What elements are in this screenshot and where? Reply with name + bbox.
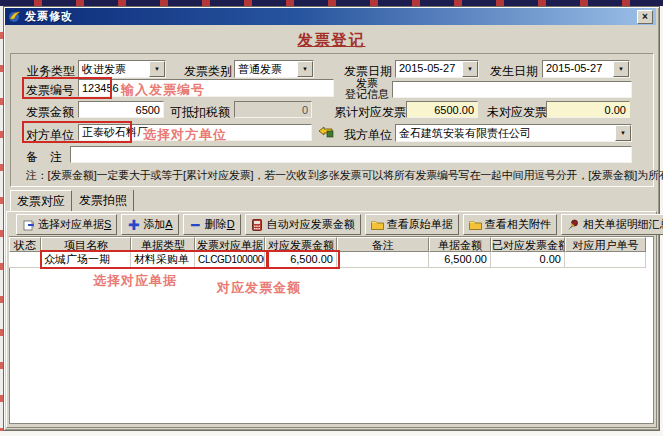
- invoice-no-hint: 输入发票编号: [121, 81, 205, 99]
- view-attachments-button[interactable]: 查看相关附件: [463, 214, 557, 235]
- business-type-label: 业务类型: [27, 63, 75, 80]
- plus-icon: ✚: [127, 218, 140, 231]
- titlebar: 发票修改 ×: [5, 8, 656, 25]
- cell-doc-amount: 6,500.00: [429, 252, 491, 268]
- occur-date-select[interactable]: 2015-05-27 ▼: [542, 60, 630, 78]
- page-title: 发票登记: [3, 31, 660, 50]
- cell-user-order-no: [565, 252, 646, 268]
- chevron-down-icon[interactable]: ▼: [615, 125, 631, 141]
- close-button[interactable]: ×: [637, 10, 653, 24]
- column-header: 已对应发票金额: [491, 237, 565, 252]
- invoice-category-value: 普通发票: [235, 61, 297, 77]
- cell-status: [9, 252, 41, 268]
- grid-toolbar: 选择对应单据S ✚ 添加A ━ 删除D 自动对应发票金额 查看原始单据 查看相: [16, 214, 663, 236]
- folder-icon: [371, 218, 384, 231]
- folder-icon: [469, 218, 482, 231]
- unmatched-label: 未对应发票: [487, 104, 547, 121]
- remark-label: 备 注: [26, 149, 62, 166]
- chevron-down-icon[interactable]: ▼: [149, 61, 165, 77]
- our-unit-select[interactable]: 金石建筑安装有限责任公司 ▼: [395, 124, 632, 142]
- pushpin-icon: [567, 218, 580, 231]
- column-header: 对应用户单号: [565, 237, 646, 252]
- our-unit-value: 金石建筑安装有限责任公司: [396, 125, 615, 141]
- business-type-select[interactable]: 收进发票 ▼: [78, 60, 166, 78]
- chevron-down-icon[interactable]: ▼: [462, 61, 478, 77]
- cell-project-name: 众城广场一期: [41, 252, 131, 268]
- occur-date-value: 2015-05-27: [543, 61, 613, 77]
- invoice-amount-input[interactable]: [78, 101, 164, 118]
- unmatched-field: [546, 101, 630, 118]
- invoice-no-input[interactable]: [78, 79, 334, 97]
- related-doc-summary-button[interactable]: 相关单据明细汇总: [561, 214, 663, 235]
- tab-invoice-matching[interactable]: 发票对应: [10, 190, 72, 211]
- column-header: 单据类型: [131, 237, 195, 252]
- invoice-no-label: 发票编号: [26, 82, 74, 99]
- counterparty-label: 对方单位: [26, 127, 74, 144]
- invoice-date-value: 2015-05-27: [396, 61, 462, 77]
- column-header: 状态: [9, 237, 41, 252]
- deductible-tax-label: 可抵扣税额: [170, 104, 230, 121]
- column-header: 项目名称: [41, 237, 131, 252]
- column-header: 对应发票金额: [265, 237, 337, 252]
- table-row[interactable]: 众城广场一期 材料采购单 CLCGD100000030 6,500.00 6,5…: [9, 252, 646, 268]
- column-header: 单据金额: [429, 237, 491, 252]
- cumulative-matched-field: [406, 101, 478, 118]
- matched-amount-hint: 对应发票金额: [217, 279, 301, 297]
- invoice-category-label: 发票类别: [184, 63, 232, 80]
- tab-invoice-photo[interactable]: 发票拍照: [73, 190, 134, 211]
- cell-remark: [337, 252, 429, 268]
- view-original-doc-button[interactable]: 查看原始单据: [365, 214, 459, 235]
- counterparty-hint: 选择对方单位: [143, 126, 227, 144]
- remark-input[interactable]: [70, 146, 632, 163]
- business-type-value: 收进发票: [79, 61, 149, 77]
- minus-icon: ━: [189, 218, 202, 231]
- select-doc-icon: [22, 218, 35, 231]
- cell-matched-amount: 6,500.00: [265, 252, 337, 268]
- add-button[interactable]: ✚ 添加A: [121, 214, 178, 235]
- cell-doc-type: 材料采购单: [131, 252, 195, 268]
- cell-already-matched: 0.00: [491, 252, 565, 268]
- delete-button[interactable]: ━ 删除D: [183, 214, 241, 235]
- reg-info-label: 发票 登记信息: [344, 78, 390, 100]
- cumulative-matched-label: 累计对应发票: [334, 104, 406, 121]
- cell-doc-number: CLCGD100000030: [195, 252, 265, 268]
- select-matching-doc-button[interactable]: 选择对应单据S: [16, 214, 117, 235]
- auto-match-amount-button[interactable]: 自动对应发票金额: [245, 214, 361, 235]
- column-header: 发票对应单据: [195, 237, 265, 252]
- grid-header-row: 状态 项目名称 单据类型 发票对应单据 对应发票金额 备注 单据金额 已对应发票…: [9, 237, 646, 252]
- window-title: 发票修改: [25, 9, 637, 24]
- invoice-date-select[interactable]: 2015-05-27 ▼: [395, 60, 479, 78]
- deductible-tax-input: [234, 101, 312, 118]
- invoice-amount-label: 发票金额: [26, 104, 74, 121]
- invoice-category-select[interactable]: 普通发票 ▼: [234, 60, 314, 78]
- form-note: 注：[发票金额]一定要大于或等于[累计对应发票]，若一次收到多张发票可以将所有发…: [26, 168, 650, 183]
- select-document-hint: 选择对应单据: [93, 272, 177, 290]
- our-unit-label: 我方单位: [344, 127, 392, 144]
- calculator-icon: [251, 218, 264, 231]
- column-header: 备注: [337, 237, 429, 252]
- app-icon: [8, 10, 21, 23]
- chevron-down-icon[interactable]: ▼: [297, 61, 313, 77]
- reg-info-input[interactable]: [392, 81, 632, 98]
- invoice-edit-dialog: 发票修改 × 发票登记 业务类型 收进发票 ▼ 发票类别 普通发票 ▼ 发票日期…: [0, 0, 663, 436]
- select-hand-icon[interactable]: [318, 126, 334, 139]
- chevron-down-icon[interactable]: ▼: [613, 61, 629, 77]
- occur-date-label: 发生日期: [490, 63, 538, 80]
